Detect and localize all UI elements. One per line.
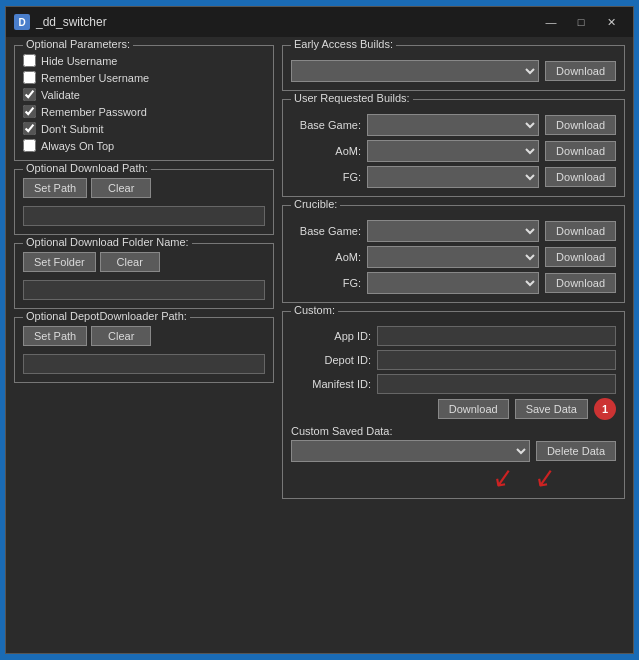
checkbox-row-3: Remember Password	[23, 105, 265, 118]
app-id-label: App ID:	[291, 330, 371, 342]
early-access-download-button[interactable]: Download	[545, 61, 616, 81]
crucible-aom-row: AoM: Download	[291, 246, 616, 268]
app-id-row: App ID:	[291, 326, 616, 346]
custom-download-button[interactable]: Download	[438, 399, 509, 419]
set-depot-path-button[interactable]: Set Path	[23, 326, 87, 346]
download-path-btn-row: Set Path Clear	[23, 178, 265, 198]
crucible-fg-row: FG: Download	[291, 272, 616, 294]
early-access-title: Early Access Builds:	[291, 38, 396, 50]
checkbox-row-1: Remember Username	[23, 71, 265, 84]
crucible-fg-select[interactable]	[367, 272, 539, 294]
checkbox-row-0: Hide Username	[23, 54, 265, 67]
set-folder-button[interactable]: Set Folder	[23, 252, 96, 272]
checkbox-label-1: Remember Username	[41, 72, 149, 84]
checkbox-label-5: Always On Top	[41, 140, 114, 152]
depot-id-input[interactable]	[377, 350, 616, 370]
arrow-annotations: ↙ ↙	[291, 464, 616, 490]
maximize-button[interactable]: □	[567, 12, 595, 32]
optional-depot-path-group: Optional DepotDownloader Path: Set Path …	[14, 317, 274, 383]
depot-path-input[interactable]	[23, 354, 265, 374]
checkbox-row-5: Always On Top	[23, 139, 265, 152]
manifest-id-row: Manifest ID:	[291, 374, 616, 394]
set-path-button[interactable]: Set Path	[23, 178, 87, 198]
crucible-aom-select[interactable]	[367, 246, 539, 268]
custom-saved-select[interactable]	[291, 440, 530, 462]
minimize-button[interactable]: —	[537, 12, 565, 32]
optional-params-title: Optional Parameters:	[23, 38, 133, 50]
checkbox-row-4: Don't Submit	[23, 122, 265, 135]
crucible-aom-download-button[interactable]: Download	[545, 247, 616, 267]
arrow-left: ↙	[490, 462, 516, 491]
clear-path-button[interactable]: Clear	[91, 178, 151, 198]
checkbox-always-on-top[interactable]	[23, 139, 36, 152]
checkbox-row-2: Validate	[23, 88, 265, 101]
checkbox-label-0: Hide Username	[41, 55, 117, 67]
delete-data-button[interactable]: Delete Data	[536, 441, 616, 461]
window-controls: — □ ✕	[537, 12, 625, 32]
saved-data-row: Delete Data	[291, 440, 616, 462]
download-save-row: Download Save Data 1	[291, 398, 616, 420]
optional-download-path-title: Optional Download Path:	[23, 162, 151, 174]
optional-folder-name-group: Optional Download Folder Name: Set Folde…	[14, 243, 274, 309]
user-fg-row: FG: Download	[291, 166, 616, 188]
arrow-right: ↙	[532, 462, 558, 491]
checkbox-label-2: Validate	[41, 89, 80, 101]
early-access-row: Download	[291, 54, 616, 82]
titlebar: D _dd_switcher — □ ✕	[6, 7, 633, 37]
user-aom-label: AoM:	[291, 145, 361, 157]
user-fg-label: FG:	[291, 171, 361, 183]
user-base-game-row: Base Game: Download	[291, 114, 616, 136]
early-access-group: Early Access Builds: Download	[282, 45, 625, 91]
checkbox-validate[interactable]	[23, 88, 36, 101]
user-requested-group: User Requested Builds: Base Game: Downlo…	[282, 99, 625, 197]
checkboxes-container: Hide UsernameRemember UsernameValidateRe…	[23, 54, 265, 152]
user-fg-select[interactable]	[367, 166, 539, 188]
crucible-group: Crucible: Base Game: Download AoM: Downl…	[282, 205, 625, 303]
folder-btn-row: Set Folder Clear	[23, 252, 265, 272]
user-requested-title: User Requested Builds:	[291, 92, 413, 104]
manifest-id-input[interactable]	[377, 374, 616, 394]
window-title: _dd_switcher	[36, 15, 537, 29]
user-base-game-download-button[interactable]: Download	[545, 115, 616, 135]
depot-id-label: Depot ID:	[291, 354, 371, 366]
user-aom-download-button[interactable]: Download	[545, 141, 616, 161]
optional-depot-path-title: Optional DepotDownloader Path:	[23, 310, 190, 322]
optional-params-group: Optional Parameters: Hide UsernameRememb…	[14, 45, 274, 161]
checkbox-label-3: Remember Password	[41, 106, 147, 118]
badge-number: 1	[594, 398, 616, 420]
save-data-button[interactable]: Save Data	[515, 399, 588, 419]
clear-folder-button[interactable]: Clear	[100, 252, 160, 272]
close-button[interactable]: ✕	[597, 12, 625, 32]
crucible-base-game-select[interactable]	[367, 220, 539, 242]
early-access-select[interactable]	[291, 60, 539, 82]
crucible-fg-download-button[interactable]: Download	[545, 273, 616, 293]
checkbox-don't-submit[interactable]	[23, 122, 36, 135]
depot-id-row: Depot ID:	[291, 350, 616, 370]
right-column: Early Access Builds: Download User Reque…	[282, 45, 625, 645]
user-aom-select[interactable]	[367, 140, 539, 162]
optional-download-path-group: Optional Download Path: Set Path Clear	[14, 169, 274, 235]
folder-name-input[interactable]	[23, 280, 265, 300]
main-window: D _dd_switcher — □ ✕ Optional Parameters…	[5, 6, 634, 654]
app-id-input[interactable]	[377, 326, 616, 346]
custom-group: Custom: App ID: Depot ID: Manifest ID:	[282, 311, 625, 499]
crucible-title: Crucible:	[291, 198, 340, 210]
checkbox-hide-username[interactable]	[23, 54, 36, 67]
user-fg-download-button[interactable]: Download	[545, 167, 616, 187]
optional-folder-name-title: Optional Download Folder Name:	[23, 236, 192, 248]
download-path-input[interactable]	[23, 206, 265, 226]
crucible-aom-label: AoM:	[291, 251, 361, 263]
checkbox-label-4: Don't Submit	[41, 123, 104, 135]
checkbox-remember-password[interactable]	[23, 105, 36, 118]
main-content: Optional Parameters: Hide UsernameRememb…	[6, 37, 633, 653]
crucible-base-game-label: Base Game:	[291, 225, 361, 237]
depot-path-btn-row: Set Path Clear	[23, 326, 265, 346]
user-base-game-select[interactable]	[367, 114, 539, 136]
checkbox-remember-username[interactable]	[23, 71, 36, 84]
clear-depot-path-button[interactable]: Clear	[91, 326, 151, 346]
crucible-base-game-download-button[interactable]: Download	[545, 221, 616, 241]
left-column: Optional Parameters: Hide UsernameRememb…	[14, 45, 274, 645]
custom-title: Custom:	[291, 304, 338, 316]
custom-saved-section: Custom Saved Data: Delete Data ↙ ↙	[291, 424, 616, 490]
app-icon: D	[14, 14, 30, 30]
